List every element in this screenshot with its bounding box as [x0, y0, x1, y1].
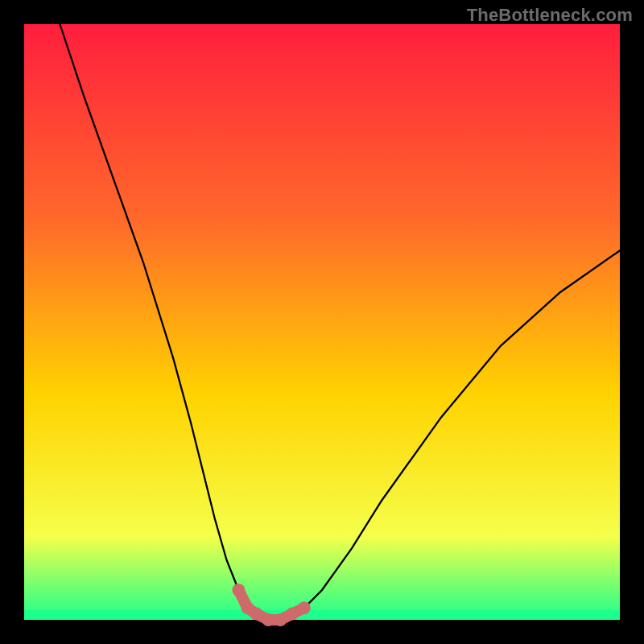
- valley-dot: [232, 584, 245, 597]
- valley-dot: [250, 608, 263, 621]
- valley-dot: [298, 601, 311, 614]
- watermark-label: TheBottleneck.com: [467, 5, 633, 26]
- bottleneck-chart: [0, 0, 644, 644]
- chart-stage: TheBottleneck.com: [0, 0, 644, 644]
- valley-dot: [262, 613, 275, 626]
- valley-dot: [274, 613, 287, 626]
- plot-background: [24, 24, 620, 620]
- plot-bottom-strip: [24, 610, 620, 620]
- valley-dot: [286, 608, 299, 621]
